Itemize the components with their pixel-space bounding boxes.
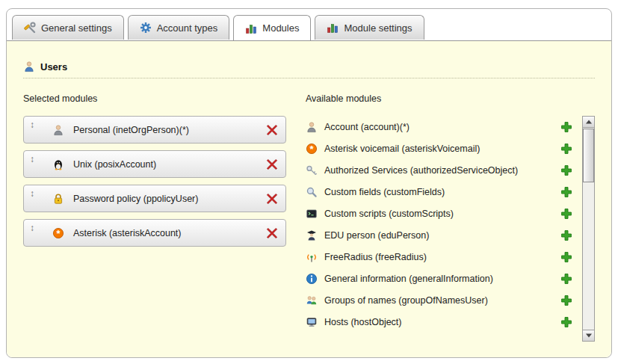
remove-module-button[interactable]: [266, 193, 278, 205]
module-label: Password policy (ppolicyUser): [73, 194, 198, 204]
add-module-button[interactable]: [560, 316, 572, 328]
add-module-button[interactable]: [560, 164, 572, 176]
user-blue-icon: [23, 61, 35, 73]
available-module-row[interactable]: General information (generalInformation): [306, 268, 572, 289]
group-icon: [306, 294, 318, 306]
penguin-icon: [52, 158, 64, 170]
magnifier-icon: [306, 186, 318, 198]
add-module-button[interactable]: [560, 273, 572, 285]
tab-label: General settings: [41, 22, 112, 34]
modules-chart-icon: [327, 22, 339, 34]
graduate-icon: [306, 229, 318, 241]
selected-module-row[interactable]: ↕Personal (inetOrgPerson)(*): [23, 116, 286, 144]
available-modules-column: Available modules Account (account)(*)*A…: [306, 93, 595, 342]
person-icon: [52, 124, 64, 136]
selected-modules-list: ↕Personal (inetOrgPerson)(*)↕Unix (posix…: [23, 116, 286, 247]
add-module-button[interactable]: [560, 143, 572, 155]
scrollbar[interactable]: [582, 116, 595, 342]
tab-modules[interactable]: Modules: [233, 15, 311, 40]
remove-module-button[interactable]: [266, 124, 278, 136]
available-module-row[interactable]: FreeRadius (freeRadius): [306, 246, 572, 268]
tab-bar: General settings Account types Modules M…: [7, 9, 611, 40]
tab-label: Modules: [262, 22, 299, 34]
module-label: Asterisk (asteriskAccount): [73, 228, 181, 238]
info-icon: [306, 273, 318, 285]
module-label: Personal (inetOrgPerson)(*): [73, 125, 189, 135]
module-label: Authorized Services (authorizedServiceOb…: [324, 165, 518, 176]
scrollbar-thumb[interactable]: [583, 129, 594, 182]
section-title: Users: [40, 61, 67, 73]
content-area: Users Selected modules ↕Personal (inetOr…: [7, 40, 611, 357]
key-icon: [306, 164, 318, 176]
drag-handle-icon[interactable]: ↕: [30, 223, 42, 233]
available-module-row[interactable]: *Asterisk voicemail (asteriskVoicemail): [306, 138, 572, 159]
available-module-row[interactable]: Custom scripts (customScripts): [306, 203, 572, 224]
tab-module-settings[interactable]: Module settings: [315, 15, 424, 40]
available-module-row[interactable]: Authorized Services (authorizedServiceOb…: [306, 159, 572, 181]
lock-icon: [52, 193, 64, 205]
module-label: EDU person (eduPerson): [324, 230, 429, 241]
drag-handle-icon[interactable]: ↕: [30, 120, 42, 130]
available-modules-list: Account (account)(*)*Asterisk voicemail …: [306, 116, 572, 342]
available-module-row[interactable]: EDU person (eduPerson): [306, 224, 572, 246]
antenna-icon: [306, 251, 318, 263]
drag-handle-icon[interactable]: ↕: [30, 154, 42, 164]
tab-label: Module settings: [344, 22, 412, 34]
add-module-button[interactable]: [560, 186, 572, 198]
computer-icon: [306, 316, 318, 328]
remove-module-button[interactable]: [266, 227, 278, 239]
available-module-row[interactable]: Hosts (hostObject): [306, 311, 572, 333]
available-module-row[interactable]: Groups of names (groupOfNamesUser): [306, 289, 572, 311]
add-module-button[interactable]: [560, 229, 572, 241]
scroll-up-button[interactable]: [583, 117, 594, 128]
add-module-button[interactable]: [560, 208, 572, 220]
users-section-heading: Users: [23, 61, 595, 78]
module-label: Unix (posixAccount): [73, 159, 156, 170]
modules-chart-icon: [245, 22, 257, 34]
drag-handle-icon[interactable]: ↕: [30, 188, 42, 199]
config-frame: General settings Account types Modules M…: [6, 8, 612, 358]
module-label: FreeRadius (freeRadius): [324, 252, 427, 262]
asterisk-icon: *: [52, 227, 64, 239]
remove-module-button[interactable]: [266, 158, 278, 170]
tab-label: Account types: [157, 22, 218, 34]
scroll-down-button[interactable]: [583, 330, 594, 341]
module-label: Asterisk voicemail (asteriskVoicemail): [324, 144, 480, 154]
module-label: Custom fields (customFields): [324, 187, 445, 197]
module-label: General information (generalInformation): [324, 274, 493, 284]
selected-modules-heading: Selected modules: [23, 93, 286, 105]
available-modules-wrap: Account (account)(*)*Asterisk voicemail …: [306, 116, 595, 342]
add-module-button[interactable]: [560, 294, 572, 306]
available-modules-heading: Available modules: [306, 93, 595, 105]
asterisk-icon: *: [306, 143, 318, 155]
available-module-row[interactable]: Account (account)(*): [306, 116, 572, 138]
selected-module-row[interactable]: ↕*Asterisk (asteriskAccount): [23, 219, 286, 247]
selected-modules-column: Selected modules ↕Personal (inetOrgPerso…: [23, 93, 286, 342]
add-module-button[interactable]: [560, 251, 572, 263]
tab-general-settings[interactable]: General settings: [12, 15, 124, 40]
gear-icon: [140, 22, 152, 34]
selected-module-row[interactable]: ↕Unix (posixAccount): [23, 150, 286, 178]
module-label: Custom scripts (customScripts): [324, 209, 454, 219]
module-label: Hosts (hostObject): [324, 317, 402, 327]
selected-module-row[interactable]: ↕Password policy (ppolicyUser): [23, 185, 286, 212]
tab-account-types[interactable]: Account types: [128, 15, 230, 40]
script-icon: [306, 208, 318, 220]
modules-columns: Selected modules ↕Personal (inetOrgPerso…: [23, 93, 595, 342]
person-icon: [306, 121, 318, 133]
tools-icon: [24, 22, 36, 34]
module-label: Groups of names (groupOfNamesUser): [324, 295, 488, 306]
add-module-button[interactable]: [560, 121, 572, 133]
available-module-row[interactable]: Custom fields (customFields): [306, 181, 572, 203]
module-label: Account (account)(*): [324, 122, 410, 132]
